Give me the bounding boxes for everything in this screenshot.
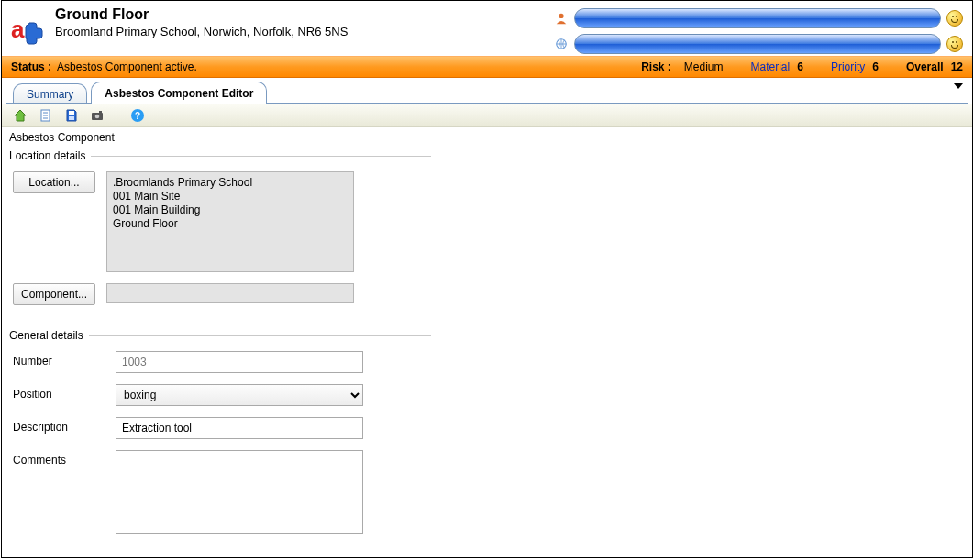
tab-asbestos-editor[interactable]: Asbestos Component Editor: [91, 82, 267, 104]
comments-field[interactable]: [116, 450, 363, 534]
smiley-icon[interactable]: [946, 36, 963, 52]
priority-value: 6: [872, 60, 879, 73]
section-title: Asbestos Component: [9, 131, 965, 144]
save-button[interactable]: [62, 106, 81, 125]
form-area: Asbestos Component Location details Loca…: [2, 127, 972, 558]
location-details-group: Location details Location... Component..…: [9, 149, 431, 316]
description-label: Description: [13, 417, 105, 434]
status-text: Asbestos Component active.: [57, 60, 197, 73]
help-button[interactable]: ?: [128, 106, 147, 125]
editor-toolbar: ?: [2, 104, 972, 127]
comments-label: Comments: [13, 450, 105, 467]
page-title: Ground Floor: [55, 6, 348, 23]
svg-text:?: ?: [135, 111, 140, 121]
status-label: Status :: [11, 60, 51, 73]
number-field: [116, 351, 363, 373]
svg-text:a: a: [11, 16, 25, 43]
svg-rect-4: [69, 111, 74, 115]
page-subtitle: Broomland Primary School, Norwich, Norfo…: [55, 25, 348, 38]
smiley-icon[interactable]: [946, 10, 963, 27]
user-icon: [554, 11, 569, 26]
component-picker-button[interactable]: Component...: [13, 283, 95, 305]
position-select[interactable]: boxing: [116, 384, 363, 406]
risk-value: Medium: [684, 60, 724, 73]
component-display: [106, 283, 354, 303]
svg-rect-5: [69, 116, 74, 120]
user-search-input[interactable]: [574, 8, 941, 28]
material-value: 6: [797, 60, 803, 73]
risk-label: Risk :: [641, 60, 671, 73]
number-label: Number: [13, 351, 105, 368]
app-logo: a: [7, 8, 48, 49]
general-details-group: General details Number Position boxing D…: [9, 329, 431, 545]
svg-point-1: [559, 14, 563, 18]
status-bar: Status : Asbestos Component active. Risk…: [2, 56, 972, 78]
position-label: Position: [13, 384, 105, 401]
tab-summary[interactable]: Summary: [13, 83, 87, 104]
location-search-input[interactable]: [574, 34, 941, 54]
location-display: [106, 171, 354, 272]
overall-label: Overall: [906, 60, 944, 73]
new-button[interactable]: [37, 106, 55, 125]
home-button[interactable]: [11, 106, 29, 125]
camera-button[interactable]: [88, 106, 106, 125]
tab-strip: Summary Asbestos Component Editor: [2, 78, 972, 104]
general-details-legend: General details: [9, 329, 89, 342]
material-label: Material: [751, 60, 791, 73]
priority-label: Priority: [831, 60, 865, 73]
svg-rect-8: [99, 111, 102, 113]
tab-overflow-arrow[interactable]: [954, 83, 963, 89]
description-field[interactable]: [116, 417, 363, 439]
location-picker-button[interactable]: Location...: [13, 171, 95, 193]
app-header: a Ground Floor Broomland Primary School,…: [2, 1, 972, 56]
overall-value: 12: [951, 60, 963, 73]
svg-point-7: [95, 115, 100, 119]
location-details-legend: Location details: [9, 149, 91, 162]
globe-icon: [554, 37, 569, 51]
